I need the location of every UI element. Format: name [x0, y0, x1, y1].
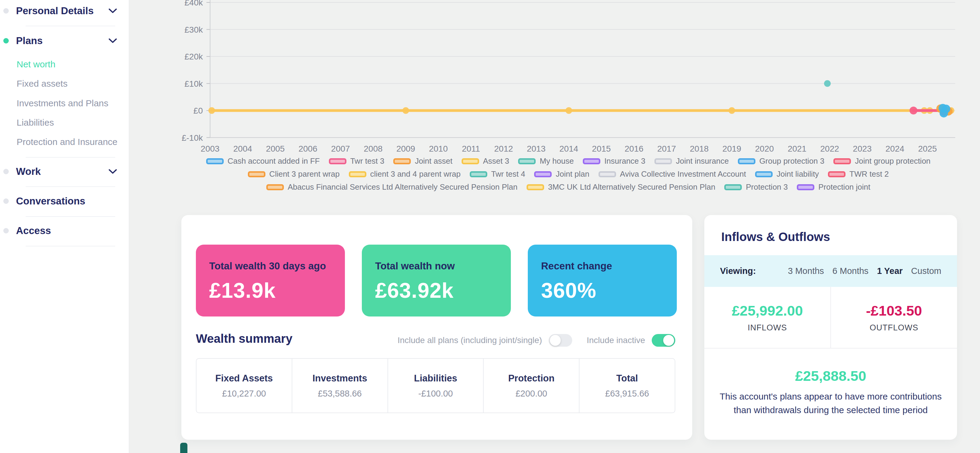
svg-text:2009: 2009: [396, 144, 415, 154]
legend-label: Abacus Financial Services Ltd Alternativ…: [288, 182, 517, 192]
legend-item-joint-insurance[interactable]: Joint insurance: [654, 157, 729, 166]
divider: [704, 348, 957, 348]
svg-text:£10k: £10k: [185, 79, 203, 89]
inflows-outflows-panel: Inflows & Outflows Viewing: 3 Months6 Mo…: [704, 215, 957, 440]
wealth-summary-panel: Wealth summary Include all plans (includ…: [181, 215, 692, 440]
inflows-outflows-title: Inflows & Outflows: [721, 230, 830, 244]
svg-text:2007: 2007: [331, 144, 350, 154]
legend-item-joint-liability[interactable]: Joint liability: [755, 169, 819, 179]
sidebar-item-fixed-assets[interactable]: Fixed assets: [17, 78, 67, 89]
legend-row: Cash account added in FFTwr test 3Joint …: [169, 157, 967, 166]
svg-text:2012: 2012: [494, 144, 513, 154]
net-flow-value: £25,888.50: [704, 367, 957, 384]
legend-label: Cash account added in FF: [228, 157, 320, 166]
legend-item-joint-plan[interactable]: Joint plan: [534, 169, 589, 179]
legend-item-twr-test-2[interactable]: TWR test 2: [828, 169, 889, 179]
legend-label: Twr test 3: [350, 157, 385, 166]
toggle-include-all-plans-including-joint-single[interactable]: [549, 334, 572, 347]
stat-card-label: Total wealth now: [375, 260, 511, 272]
legend-item-group-protection-3[interactable]: Group protection 3: [738, 157, 824, 166]
sidebar-item-label: Net worth: [17, 59, 55, 70]
chevron-down-icon: [108, 169, 117, 174]
legend-item-abacus-financial-services-ltd-alternatively-secured-pension-plan[interactable]: Abacus Financial Services Ltd Alternativ…: [266, 182, 517, 192]
legend-item-cash-account-added-in-ff[interactable]: Cash account added in FF: [206, 157, 320, 166]
legend-swatch: [206, 158, 224, 164]
legend-row: Abacus Financial Services Ltd Alternativ…: [169, 182, 967, 192]
outflows-label: OUTFLOWS: [870, 323, 918, 333]
legend-item-asset-3[interactable]: Asset 3: [461, 157, 509, 166]
legend-label: Asset 3: [483, 157, 509, 166]
status-dot: [3, 8, 9, 14]
legend-item-aviva-collective-investment-account[interactable]: Aviva Collective Investment Account: [598, 169, 746, 179]
legend-item-joint-asset[interactable]: Joint asset: [393, 157, 452, 166]
toggle-row: Include all plans (including joint/singl…: [398, 334, 675, 347]
svg-text:2021: 2021: [788, 144, 807, 154]
summary-col-investments: Investments£53,588.66: [292, 359, 388, 413]
sidebar-divider: [26, 246, 115, 246]
legend-item-3mc-uk-ltd-alternatively-secured-pension-plan[interactable]: 3MC UK Ltd Alternatively Secured Pension…: [527, 182, 716, 192]
stat-card-total-wealth-now: Total wealth now£63.92k: [362, 245, 511, 317]
toggle-include-inactive[interactable]: [652, 334, 675, 347]
summary-col-fixed-assets: Fixed Assets£10,227.00: [196, 359, 292, 413]
sidebar-item-label: Work: [16, 166, 41, 177]
sidebar-item-investments-and-plans[interactable]: Investments and Plans: [17, 98, 108, 109]
toggle-label: Include inactive: [587, 336, 645, 345]
sidebar-item-label: Access: [16, 225, 51, 236]
legend-item-twr-test-3[interactable]: Twr test 3: [329, 157, 385, 166]
legend-item-joint-group-protection[interactable]: Joint group protection: [834, 157, 931, 166]
legend-item-protection-3[interactable]: Protection 3: [724, 182, 788, 192]
legend-item-client-3-parent-wrap[interactable]: Client 3 parent wrap: [248, 169, 340, 179]
legend-swatch: [527, 184, 544, 190]
legend-item-my-house[interactable]: My house: [518, 157, 574, 166]
legend-row: Client 3 parent wrapclient 3 and 4 paren…: [169, 169, 967, 179]
legend-item-twr-test-4[interactable]: Twr test 4: [470, 169, 525, 179]
sidebar-item-label: Protection and Insurance: [17, 137, 118, 147]
legend-item-protection-joint[interactable]: Protection joint: [797, 182, 870, 192]
svg-text:£30k: £30k: [185, 25, 203, 35]
legend-swatch: [349, 171, 366, 177]
summary-col-protection: Protection£200.00: [483, 359, 579, 413]
peek-button[interactable]: [180, 443, 188, 453]
svg-text:£0: £0: [194, 106, 203, 116]
stat-card-value: £63.92k: [375, 279, 511, 303]
legend-swatch: [583, 158, 600, 164]
legend-swatch: [329, 158, 347, 164]
range-6-months[interactable]: 6 Months: [832, 266, 869, 276]
column-value: -£100.00: [418, 389, 453, 399]
sidebar-item-label: Fixed assets: [17, 79, 67, 89]
legend-swatch: [834, 158, 851, 164]
sidebar-item-label: Liabilities: [17, 117, 54, 128]
legend-item-client-3-and-4-parent-wrap[interactable]: client 3 and 4 parent wrap: [349, 169, 461, 179]
sidebar-item-label: Plans: [16, 35, 43, 46]
sidebar-item-protection-and-insurance[interactable]: Protection and Insurance: [17, 136, 118, 147]
chart-legend: Cash account added in FFTwr test 3Joint …: [169, 157, 967, 192]
svg-text:£40k: £40k: [185, 0, 203, 7]
sidebar: Personal DetailsPlansNet worthFixed asse…: [0, 0, 129, 453]
legend-swatch: [755, 171, 773, 177]
toggle-group: Include all plans (including joint/singl…: [398, 334, 572, 347]
svg-text:2022: 2022: [820, 144, 839, 154]
chevron-down-icon: [108, 8, 117, 13]
range-1-year[interactable]: 1 Year: [877, 266, 903, 276]
legend-swatch: [461, 158, 479, 164]
legend-label: Group protection 3: [759, 157, 824, 166]
legend-swatch: [248, 171, 266, 177]
range-custom[interactable]: Custom: [911, 266, 941, 276]
sidebar-item-personal-details[interactable]: Personal Details: [0, 5, 129, 17]
sidebar-divider: [26, 186, 115, 187]
sidebar-item-net-worth[interactable]: Net worth: [17, 59, 55, 70]
sidebar-item-conversations[interactable]: Conversations: [0, 195, 129, 207]
sidebar-item-liabilities[interactable]: Liabilities: [17, 117, 54, 128]
status-dot: [3, 169, 9, 174]
legend-label: Joint group protection: [855, 157, 931, 166]
legend-item-insurance-3[interactable]: Insurance 3: [583, 157, 645, 166]
sidebar-item-plans[interactable]: Plans: [0, 35, 129, 47]
column-header: Liabilities: [414, 373, 457, 384]
range-3-months[interactable]: 3 Months: [788, 266, 824, 276]
sidebar-item-work[interactable]: Work: [0, 165, 129, 177]
sidebar-item-access[interactable]: Access: [0, 225, 129, 237]
sidebar-divider: [26, 216, 115, 217]
column-header: Total: [616, 373, 638, 384]
status-dot: [3, 38, 9, 43]
toggle-label: Include all plans (including joint/singl…: [398, 336, 542, 345]
